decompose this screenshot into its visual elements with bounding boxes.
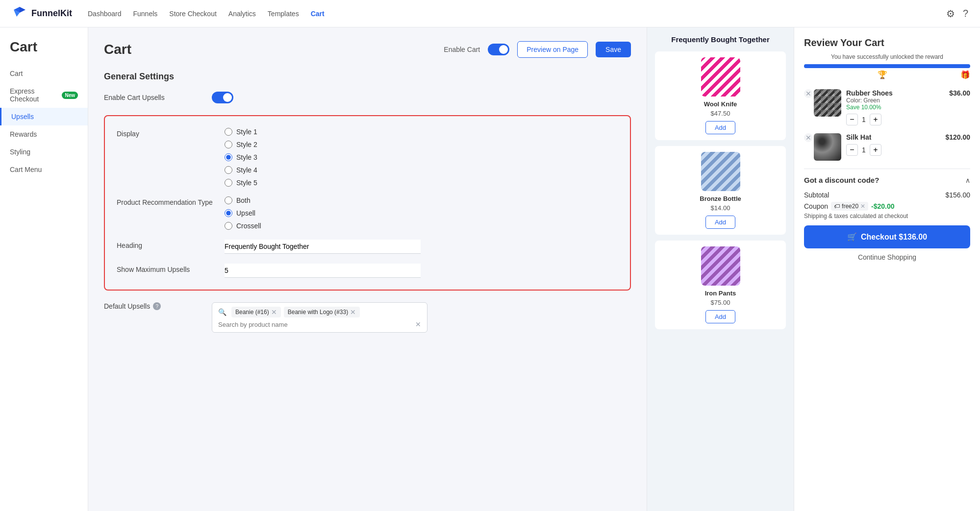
content-area: Cart Enable Cart Preview on Page Save Ge… (88, 27, 647, 511)
style5-option[interactable]: Style 5 (225, 179, 257, 187)
add-wool-knife-btn[interactable]: Add (705, 121, 735, 134)
enable-upsells-toggle[interactable] (212, 92, 233, 103)
remove-silk-hat-btn[interactable]: ✕ (804, 133, 813, 142)
search-icon: 🔍 (218, 308, 226, 316)
reward-bar-bg (804, 64, 970, 68)
enable-cart-toggle[interactable] (488, 44, 509, 55)
product-card-bronze-bottle: Bronze Bottle $14.00 Add (655, 146, 786, 235)
help-icon-btn[interactable]: ? (963, 8, 968, 19)
cart-item-img-silk-hat (814, 133, 841, 161)
coupon-savings: -$20.00 (871, 202, 894, 210)
coupon-label: Coupon (804, 202, 828, 210)
qty-value-rubber-shoes: 1 (862, 116, 866, 123)
nav-dashboard[interactable]: Dashboard (88, 8, 122, 20)
coupon-row: Coupon 🏷 free20 ✕ -$20.00 (804, 202, 970, 211)
sidebar-item-cart-menu[interactable]: Cart Menu (0, 161, 88, 178)
subtotal-row: Subtotal $156.00 (804, 191, 970, 199)
content-title: Cart (104, 42, 131, 57)
discount-chevron-icon: ∧ (965, 176, 970, 184)
left-panel: Cart Cart Express Checkout New Upsells R… (0, 27, 88, 511)
save-button[interactable]: Save (596, 42, 631, 57)
default-upsells-row: Default Upsells ? 🔍 Beanie (#16) ✕ Beani… (104, 302, 631, 333)
sidebar-nav: Cart Express Checkout New Upsells Reward… (0, 65, 88, 178)
sidebar-item-styling[interactable]: Styling (0, 143, 88, 161)
nav-templates[interactable]: Templates (268, 8, 299, 20)
coupon-badge: 🏷 free20 ✕ (831, 202, 868, 211)
tag-beanie-remove[interactable]: ✕ (271, 308, 277, 316)
sidebar-item-rewards[interactable]: Rewards (0, 125, 88, 143)
coupon-code: free20 (842, 203, 858, 210)
page-title: Cart (0, 39, 88, 65)
settings-icon-btn[interactable]: ⚙ (946, 8, 955, 20)
style1-option[interactable]: Style 1 (225, 128, 257, 136)
display-row: Display Style 1 Style 2 Style 3 Style 4 (117, 128, 618, 187)
shipping-note: Shipping & taxes calculated at checkout (804, 213, 970, 219)
general-settings-title: General Settings (104, 72, 631, 82)
tag-beanie-logo-remove[interactable]: ✕ (350, 308, 356, 316)
preview-on-page-button[interactable]: Preview on Page (517, 41, 588, 58)
add-iron-pants-btn[interactable]: Add (705, 310, 735, 323)
qty-increase-rubber-shoes[interactable]: + (870, 114, 881, 125)
crossell-option[interactable]: Crossell (225, 222, 261, 230)
continue-shopping-link[interactable]: Continue Shopping (804, 253, 970, 261)
cart-item-color-rubber-shoes: Color: Green (846, 97, 944, 104)
max-upsells-label: Show Maximum Upsells (117, 264, 225, 278)
sidebar-item-cart[interactable]: Cart (0, 65, 88, 82)
help-icon[interactable]: ? (153, 302, 161, 310)
enable-upsells-row: Enable Cart Upsells (104, 92, 631, 103)
svg-marker-1 (20, 7, 25, 13)
logo[interactable]: FunnelKit (12, 6, 72, 22)
tags-clear-btn[interactable]: ✕ (415, 320, 421, 328)
cart-item-price-rubber-shoes: $36.00 (949, 89, 970, 97)
subtotal-value: $156.00 (945, 191, 970, 199)
preview-heading: Frequently Bought Together (655, 35, 786, 44)
reward-text: You have successfully unlocked the rewar… (804, 53, 970, 60)
tag-search-input[interactable] (218, 321, 410, 328)
reward-icons: 🏆 🎁 (804, 70, 970, 79)
upsell-option[interactable]: Upsell (225, 209, 261, 217)
product-card-wool-knife: Wool Knife $47.50 Add (655, 51, 786, 140)
checkout-label: Checkout $136.00 (861, 233, 927, 242)
both-option[interactable]: Both (225, 196, 261, 204)
max-upsells-input[interactable] (225, 264, 421, 278)
add-bronze-bottle-btn[interactable]: Add (705, 216, 735, 229)
display-label: Display (117, 128, 225, 187)
product-img-wool-knife (701, 57, 740, 97)
subtotal-label: Subtotal (804, 191, 829, 199)
product-name-iron-pants: Iron Pants (705, 290, 736, 297)
nav-analytics[interactable]: Analytics (228, 8, 256, 20)
style3-option[interactable]: Style 3 (225, 153, 257, 161)
qty-control-silk-hat: − 1 + (846, 144, 940, 156)
upsells-settings-box: Display Style 1 Style 2 Style 3 Style 4 (104, 115, 631, 291)
product-card-iron-pants: Iron Pants $75.00 Add (655, 241, 786, 329)
discount-header[interactable]: Got a discount code? ∧ (804, 176, 970, 184)
sidebar-item-upsells[interactable]: Upsells (0, 108, 88, 125)
nav-cart[interactable]: Cart (311, 8, 325, 20)
nav-funnels[interactable]: Funnels (133, 8, 158, 20)
cart-item-save-rubber-shoes: Save 10.00% (846, 104, 944, 111)
product-price-wool-knife: $47.50 (711, 110, 730, 117)
style2-option[interactable]: Style 2 (225, 141, 257, 148)
style4-option[interactable]: Style 4 (225, 166, 257, 174)
checkout-button[interactable]: 🛒 Checkout $136.00 (804, 225, 970, 248)
cart-item-silk-hat: ✕ Silk Hat − 1 + $120.00 (804, 133, 970, 161)
header-actions: Enable Cart Preview on Page Save (444, 41, 631, 58)
qty-control-rubber-shoes: − 1 + (846, 114, 944, 125)
qty-decrease-rubber-shoes[interactable]: − (846, 114, 858, 125)
nav-actions: ⚙ ? (946, 8, 968, 20)
remove-rubber-shoes-btn[interactable]: ✕ (804, 89, 813, 98)
qty-decrease-silk-hat[interactable]: − (846, 144, 858, 156)
heading-input[interactable] (225, 240, 421, 254)
upsells-toggle-slider (212, 92, 233, 103)
nav-store-checkout[interactable]: Store Checkout (169, 8, 217, 20)
coupon-icon: 🏷 (834, 203, 840, 210)
tags-input[interactable]: 🔍 Beanie (#16) ✕ Beanie with Logo (#33) … (212, 302, 427, 333)
sidebar-item-express-checkout[interactable]: Express Checkout New (0, 82, 88, 108)
default-upsells-label: Default Upsells ? (104, 302, 212, 310)
discount-section: Got a discount code? ∧ (804, 169, 970, 184)
tag-beanie: Beanie (#16) ✕ (231, 307, 281, 317)
qty-increase-silk-hat[interactable]: + (870, 144, 881, 156)
cart-item-name-silk-hat: Silk Hat (846, 133, 940, 141)
toggle-slider (488, 44, 509, 55)
coupon-remove-btn[interactable]: ✕ (860, 203, 865, 210)
